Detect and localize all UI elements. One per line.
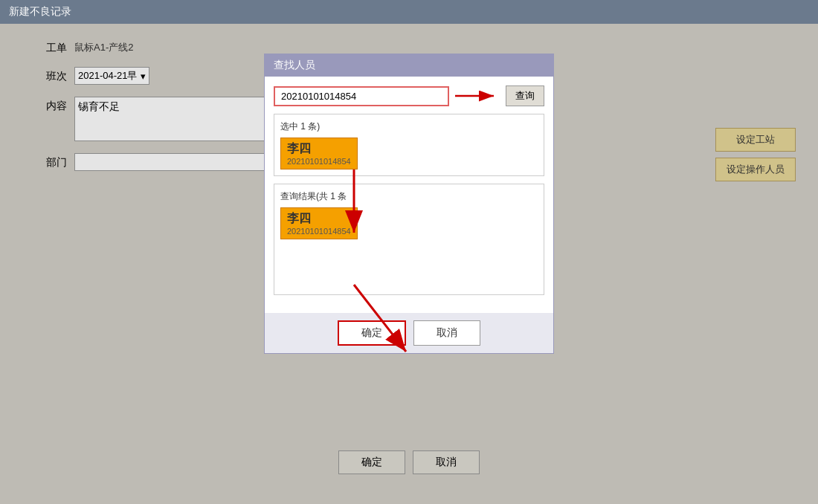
selected-person-id: 20210101014854 [287, 157, 351, 166]
app-title: 新建不良记录 [9, 5, 71, 19]
modal-body: 查询 选中 1 条) 李四 20210101014854 查询结果(共 1 条 [265, 77, 553, 313]
results-section: 查询结果(共 1 条 李四 20210101014854 [274, 184, 544, 295]
modal-title-bar: 查找人员 [265, 54, 553, 77]
selected-person-name: 李四 [287, 141, 351, 157]
result-person-card[interactable]: 李四 20210101014854 [280, 207, 358, 239]
modal-overlay: 查找人员 [0, 24, 818, 504]
selected-section: 选中 1 条) 李四 20210101014854 [274, 114, 544, 176]
modal-footer: 确定 取消 [265, 313, 553, 353]
modal-title: 查找人员 [274, 59, 315, 72]
modal-confirm-button[interactable]: 确定 [338, 320, 406, 346]
arrow-right-icon [455, 88, 500, 103]
modal-cancel-button[interactable]: 取消 [413, 320, 480, 346]
query-button[interactable]: 查询 [506, 85, 544, 106]
main-form: 工单 鼠标A1-产线2 班次 2021-04-21早 ▾ 内容 锡育不足 部门 … [0, 24, 818, 504]
results-label: 查询结果(共 1 条 [280, 190, 538, 203]
title-bar: 新建不良记录 [0, 0, 818, 24]
search-row: 查询 [274, 85, 544, 106]
search-input[interactable] [274, 86, 449, 106]
result-person-name: 李四 [287, 211, 351, 227]
find-person-modal: 查找人员 [264, 54, 554, 354]
selected-person-card[interactable]: 李四 20210101014854 [280, 138, 358, 169]
result-person-id: 20210101014854 [287, 227, 351, 236]
selected-label: 选中 1 条) [280, 120, 538, 133]
